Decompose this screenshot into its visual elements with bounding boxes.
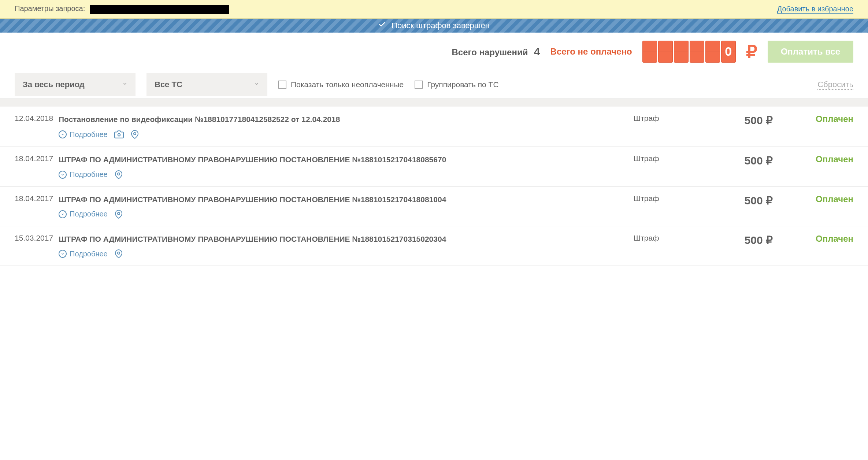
- fine-type: Штраф: [634, 234, 707, 258]
- fine-row: 15.03.2017ШТРАФ ПО АДМИНИСТРАТИВНОМУ ПРА…: [0, 226, 868, 266]
- details-text: Подробнее: [70, 130, 108, 139]
- group-by-vehicle-label: Группировать по ТС: [427, 80, 498, 89]
- fine-actions: Подробнее: [59, 249, 626, 258]
- expand-icon: [59, 210, 67, 218]
- summary-bar: Всего нарушений 4 Всего не оплачено 0 ₽ …: [0, 33, 868, 71]
- query-params-label: Параметры запроса:: [15, 4, 229, 14]
- expand-icon: [59, 130, 67, 138]
- pay-all-button[interactable]: Оплатить все: [768, 41, 853, 63]
- section-gap: [0, 99, 868, 107]
- fine-amount: 500 ₽: [707, 234, 773, 258]
- fine-amount: 500 ₽: [707, 194, 773, 219]
- fine-actions: Подробнее: [59, 130, 626, 139]
- counter-digit: [690, 41, 704, 63]
- details-text: Подробнее: [70, 250, 108, 258]
- details-link[interactable]: Подробнее: [59, 170, 108, 179]
- details-text: Подробнее: [70, 210, 108, 218]
- fine-date: 18.04.2017: [15, 194, 59, 219]
- svg-point-1: [134, 133, 136, 135]
- reset-filters-link[interactable]: Сбросить: [817, 80, 853, 89]
- period-value: За весь период: [23, 80, 85, 89]
- svg-point-2: [118, 173, 120, 175]
- vehicle-value: Все ТС: [155, 80, 182, 89]
- show-unpaid-label: Показать только неоплаченные: [291, 80, 404, 89]
- svg-point-4: [118, 252, 120, 254]
- check-icon: [378, 21, 386, 30]
- fine-title: ШТРАФ ПО АДМИНИСТРАТИВНОМУ ПРАВОНАРУШЕНИ…: [59, 234, 626, 244]
- location-pin-icon[interactable]: [130, 130, 139, 139]
- location-pin-icon[interactable]: [114, 170, 123, 179]
- period-select[interactable]: За весь период: [15, 73, 136, 96]
- svg-point-0: [118, 134, 120, 136]
- unpaid-label: Всего не оплачено: [550, 47, 632, 57]
- ruble-icon: ₽: [746, 41, 757, 62]
- query-value-redacted: [90, 5, 229, 14]
- fine-date: 18.04.2017: [15, 154, 59, 179]
- add-favorite-link[interactable]: Добавить в избранное: [777, 5, 853, 13]
- progress-text: Поиск штрафов завершён: [392, 21, 490, 30]
- filter-bar: За весь период Все ТС Показать только не…: [0, 71, 868, 99]
- fine-amount: 500 ₽: [707, 154, 773, 179]
- chevron-down-icon: [122, 81, 127, 88]
- checkbox-icon: [278, 81, 286, 89]
- show-unpaid-checkbox[interactable]: Показать только неоплаченные: [278, 80, 404, 89]
- fine-main: ШТРАФ ПО АДМИНИСТРАТИВНОМУ ПРАВОНАРУШЕНИ…: [59, 194, 634, 219]
- fine-title: ШТРАФ ПО АДМИНИСТРАТИВНОМУ ПРАВОНАРУШЕНИ…: [59, 194, 626, 205]
- counter-digit: [658, 41, 673, 63]
- fine-row: 18.04.2017ШТРАФ ПО АДМИНИСТРАТИВНОМУ ПРА…: [0, 187, 868, 226]
- counter-digit: 0: [721, 41, 736, 63]
- fine-amount: 500 ₽: [707, 114, 773, 139]
- fine-actions: Подробнее: [59, 170, 626, 179]
- camera-icon[interactable]: [114, 130, 124, 139]
- fine-main: ШТРАФ ПО АДМИНИСТРАТИВНОМУ ПРАВОНАРУШЕНИ…: [59, 234, 634, 258]
- details-link[interactable]: Подробнее: [59, 130, 108, 139]
- location-pin-icon[interactable]: [114, 249, 123, 258]
- fine-title: ШТРАФ ПО АДМИНИСТРАТИВНОМУ ПРАВОНАРУШЕНИ…: [59, 154, 626, 165]
- fine-actions: Подробнее: [59, 210, 626, 219]
- fine-status: Оплачен: [773, 114, 853, 139]
- fines-list: 12.04.2018Постановление по видеофиксации…: [0, 107, 868, 266]
- location-pin-icon[interactable]: [114, 210, 123, 219]
- fine-status: Оплачен: [773, 154, 853, 179]
- svg-point-3: [118, 212, 120, 215]
- details-link[interactable]: Подробнее: [59, 210, 108, 218]
- vehicle-select[interactable]: Все ТС: [146, 73, 267, 96]
- params-label-text: Параметры запроса:: [15, 4, 85, 12]
- fine-main: ШТРАФ ПО АДМИНИСТРАТИВНОМУ ПРАВОНАРУШЕНИ…: [59, 154, 634, 179]
- fine-title: Постановление по видеофиксации №18810177…: [59, 114, 626, 125]
- violations-count: 4: [534, 45, 540, 57]
- fine-row: 18.04.2017ШТРАФ ПО АДМИНИСТРАТИВНОМУ ПРА…: [0, 147, 868, 186]
- fine-date: 12.04.2018: [15, 114, 59, 139]
- fine-status: Оплачен: [773, 234, 853, 258]
- fine-type: Штраф: [634, 154, 707, 179]
- fine-type: Штраф: [634, 114, 707, 139]
- details-link[interactable]: Подробнее: [59, 250, 108, 258]
- counter-digit: [705, 41, 720, 63]
- unpaid-counter: 0: [642, 41, 736, 63]
- expand-icon: [59, 250, 67, 258]
- fine-main: Постановление по видеофиксации №18810177…: [59, 114, 634, 139]
- violations-label: Всего нарушений: [452, 47, 528, 57]
- checkbox-icon: [415, 81, 423, 89]
- details-text: Подробнее: [70, 170, 108, 179]
- expand-icon: [59, 171, 67, 179]
- fine-row: 12.04.2018Постановление по видеофиксации…: [0, 107, 868, 147]
- counter-digit: [674, 41, 689, 63]
- query-params-bar: Параметры запроса: Добавить в избранное: [0, 0, 868, 19]
- fine-status: Оплачен: [773, 194, 853, 219]
- total-violations: Всего нарушений 4: [452, 45, 540, 58]
- chevron-down-icon: [254, 81, 259, 88]
- fine-type: Штраф: [634, 194, 707, 219]
- search-progress-bar: Поиск штрафов завершён: [0, 19, 868, 33]
- counter-digit: [642, 41, 657, 63]
- group-by-vehicle-checkbox[interactable]: Группировать по ТС: [415, 80, 498, 89]
- fine-date: 15.03.2017: [15, 234, 59, 258]
